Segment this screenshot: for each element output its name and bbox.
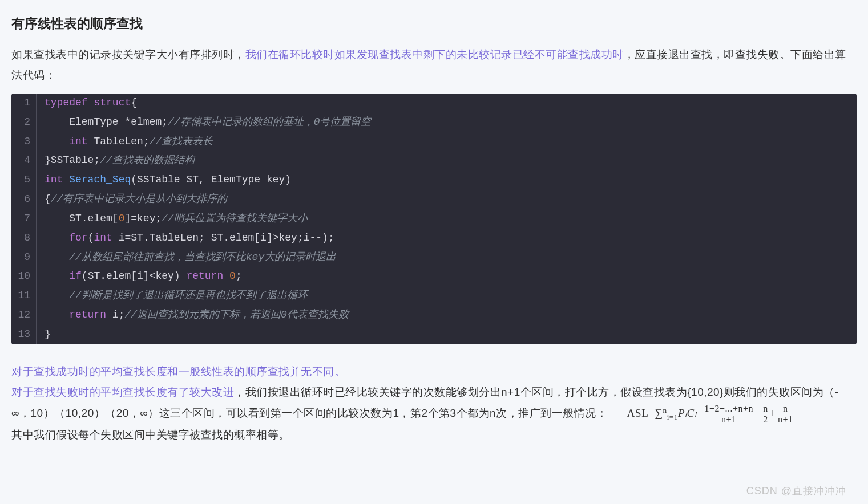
code-row: 12 return i;//返回查找到元素的下标，若返回0代表查找失败	[11, 306, 857, 325]
intro-text-a: 如果查找表中的记录按关键字大小有序排列时，	[11, 48, 245, 60]
token-kw: struct	[94, 97, 131, 108]
after-line3: 其中我们假设每个失败区间中关键字被查找的概率相等。	[11, 429, 290, 441]
asl-frac3-den: n+1	[776, 414, 795, 425]
line-number: 11	[11, 286, 37, 306]
token-plain: }	[45, 328, 51, 340]
code-row: 13}	[11, 325, 857, 344]
token-cmt: //查找表的数据结构	[100, 155, 195, 166]
after-paragraph: 对于查找成功时的平均查找长度和一般线性表的顺序查找并无不同。 对于查找失败时的平…	[11, 361, 857, 446]
token-cmt: //返回查找到元素的下标，若返回0代表查找失败	[124, 309, 348, 320]
token-plain: ST.elem[	[45, 213, 119, 224]
line-number: 13	[11, 325, 37, 344]
line-number: 10	[11, 267, 37, 286]
asl-frac1-den: n+1	[703, 414, 756, 425]
asl-prefix: ASL=	[627, 407, 655, 419]
code-line: int Serach_Seq(SSTable ST, ElemType key)	[37, 170, 291, 190]
code-row: 7 ST.elem[0]=key;//哨兵位置为待查找关键字大小	[11, 209, 857, 229]
asl-frac2: n2	[761, 404, 770, 425]
code-line: return i;//返回查找到元素的下标，若返回0代表查找失败	[37, 306, 349, 325]
code-line: //判断是找到了退出循环还是再也找不到了退出循环	[37, 286, 308, 306]
token-plain: (ST.elem[i]<key)	[82, 270, 187, 282]
token-num: 0	[119, 213, 125, 224]
code-line: {//有序表中记录大小是从小到大排序的	[37, 190, 227, 209]
intro-highlight: 我们在循环比较时如果发现查找表中剩下的未比较记录已经不可能查找成功时	[245, 48, 624, 60]
token-plain	[45, 251, 69, 263]
line-number: 4	[11, 151, 37, 170]
asl-eq2: =	[755, 407, 761, 419]
token-plain: ;	[236, 270, 242, 282]
asl-eq1: =	[696, 407, 703, 419]
line-number: 1	[11, 94, 37, 113]
token-plain: )	[285, 174, 291, 185]
asl-frac2-den: 2	[761, 414, 770, 425]
token-plain	[88, 97, 94, 108]
token-kw: int	[94, 232, 112, 243]
code-row: 1typedef struct{	[11, 94, 857, 113]
token-plain	[45, 309, 69, 320]
after-line2a: 对于查找失败时的平均查找长度有了较大改进	[11, 386, 234, 398]
token-plain	[45, 290, 69, 301]
asl-frac3: nn+1	[776, 404, 795, 425]
token-kw: typedef	[45, 97, 88, 108]
token-kw: if	[69, 270, 82, 282]
token-kw: int	[45, 174, 63, 185]
code-line: //从数组尾部往前查找，当查找到不比key大的记录时退出	[37, 248, 336, 267]
code-line: typedef struct{	[37, 94, 137, 113]
token-plain: {	[131, 97, 137, 108]
token-plain	[45, 232, 69, 243]
token-plain: (	[131, 174, 137, 185]
token-plain: {	[45, 193, 51, 205]
token-kw: return	[186, 270, 223, 282]
line-number: 6	[11, 190, 37, 209]
code-row: 8 for(int i=ST.TableLen; ST.elem[i]>key;…	[11, 229, 857, 248]
token-plain: i;	[106, 309, 124, 320]
token-kw: int	[69, 136, 87, 147]
intro-paragraph: 如果查找表中的记录按关键字大小有序排列时，我们在循环比较时如果发现查找表中剩下的…	[11, 44, 857, 86]
token-plain: (	[88, 232, 94, 243]
line-number: 2	[11, 113, 37, 132]
code-line: ST.elem[0]=key;//哨兵位置为待查找关键字大小	[37, 209, 308, 229]
line-number: 9	[11, 248, 37, 267]
token-plain	[45, 136, 69, 147]
token-cmt: //哨兵位置为待查找关键字大小	[162, 213, 308, 224]
asl-plus: +	[770, 407, 776, 419]
token-cmt: //从数组尾部往前查找，当查找到不比key大的记录时退出	[69, 251, 336, 263]
token-plain	[223, 270, 229, 282]
line-number: 3	[11, 132, 37, 152]
asl-sum-upper: n	[663, 406, 667, 414]
line-number: 12	[11, 306, 37, 325]
line-number: 7	[11, 209, 37, 229]
code-line: ElemType *elmem;//存储表中记录的数组的基址，0号位置留空	[37, 113, 371, 132]
token-fn: Serach_Seq	[69, 174, 131, 185]
code-row: 3 int TableLen;//查找表表长	[11, 132, 857, 152]
asl-frac1: 1+2+...+n+nn+1	[703, 404, 756, 425]
asl-frac3-num: n	[776, 404, 795, 414]
code-row: 2 ElemType *elmem;//存储表中记录的数组的基址，0号位置留空	[11, 113, 857, 132]
code-line: if(ST.elem[i]<key) return 0;	[37, 267, 242, 286]
line-number: 8	[11, 229, 37, 248]
code-line: int TableLen;//查找表表长	[37, 132, 213, 152]
asl-frac3-overline: nn+1	[776, 403, 795, 425]
token-plain: }SSTable;	[45, 155, 100, 166]
asl-formula: ASL=∑ni=1PᵢCᵢ=1+2+...+n+nn+1=n2+nn+1	[627, 407, 795, 419]
code-row: 5int Serach_Seq(SSTable ST, ElemType key…	[11, 170, 857, 190]
code-row: 9 //从数组尾部往前查找，当查找到不比key大的记录时退出	[11, 248, 857, 267]
code-row: 4}SSTable;//查找表的数据结构	[11, 151, 857, 170]
line-number: 5	[11, 170, 37, 190]
asl-frac2-num: n	[761, 404, 770, 414]
code-line: for(int i=ST.TableLen; ST.elem[i]>key;i-…	[37, 229, 334, 248]
code-row: 10 if(ST.elem[i]<key) return 0;	[11, 267, 857, 286]
token-cmt: //判断是找到了退出循环还是再也找不到了退出循环	[69, 290, 308, 301]
token-cmt: //存储表中记录的数组的基址，0号位置留空	[168, 116, 371, 128]
code-line: }SSTable;//查找表的数据结构	[37, 151, 195, 170]
token-cmt: //有序表中记录大小是从小到大排序的	[51, 193, 228, 205]
after-line1: 对于查找成功时的平均查找长度和一般线性表的顺序查找并无不同。	[11, 365, 345, 377]
code-line: }	[37, 325, 51, 344]
token-cmt: //查找表表长	[150, 136, 213, 147]
asl-sum-lower: i=1	[667, 413, 678, 421]
token-kw: return	[69, 309, 106, 320]
token-num: 0	[229, 270, 236, 282]
token-plain	[63, 174, 69, 185]
asl-sum-sym: ∑	[655, 407, 663, 419]
section-heading: 有序线性表的顺序查找	[11, 11, 857, 36]
